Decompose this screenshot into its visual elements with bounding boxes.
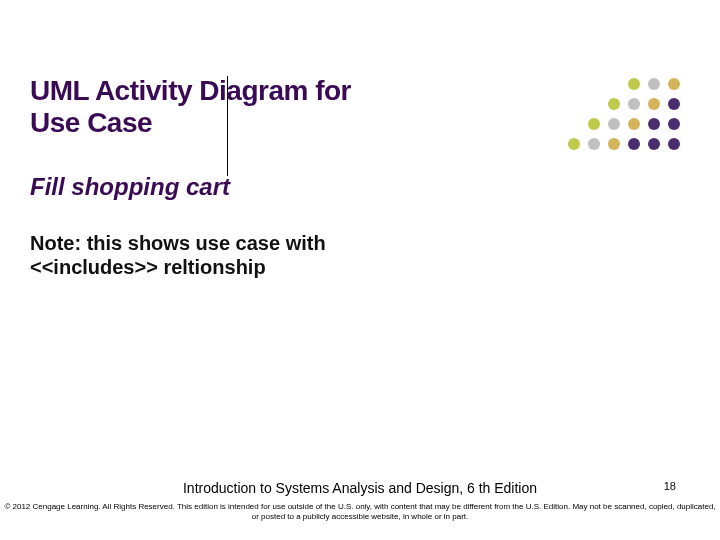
slide-title: UML Activity Diagram for Use Case bbox=[30, 75, 370, 139]
footer-book-title: Introduction to Systems Analysis and Des… bbox=[0, 480, 720, 496]
footer-copyright: © 2012 Cengage Learning. All Rights Rese… bbox=[0, 502, 720, 522]
footer: Introduction to Systems Analysis and Des… bbox=[0, 480, 720, 522]
slide-note: Note: this shows use case with <<include… bbox=[30, 231, 370, 279]
slide: UML Activity Diagram for Use Case Fill s… bbox=[0, 0, 720, 540]
decorative-dot-grid bbox=[566, 76, 682, 152]
slide-subtitle: Fill shopping cart bbox=[30, 173, 370, 201]
content-block: UML Activity Diagram for Use Case Fill s… bbox=[30, 75, 370, 279]
